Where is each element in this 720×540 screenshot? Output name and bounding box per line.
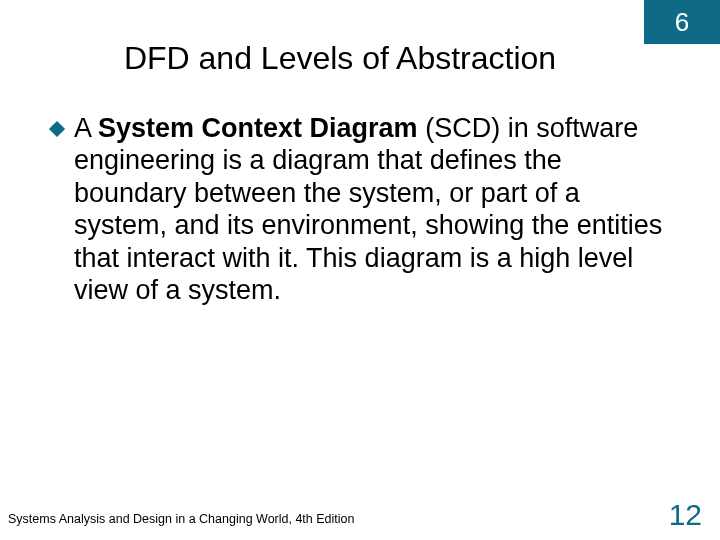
page-number: 12: [669, 498, 702, 532]
chapter-number: 6: [675, 7, 689, 38]
chapter-badge: 6: [644, 0, 720, 44]
bullet-bold: System Context Diagram: [98, 113, 418, 143]
slide-body: A System Context Diagram (SCD) in softwa…: [48, 112, 664, 306]
slide-title: DFD and Levels of Abstraction: [0, 40, 720, 77]
footer-text: Systems Analysis and Design in a Changin…: [8, 512, 354, 526]
bullet-prefix: A: [74, 113, 98, 143]
diamond-bullet-icon: [48, 120, 66, 138]
bullet-text: A System Context Diagram (SCD) in softwa…: [74, 112, 664, 306]
bullet-item: A System Context Diagram (SCD) in softwa…: [48, 112, 664, 306]
svg-marker-0: [49, 121, 65, 137]
